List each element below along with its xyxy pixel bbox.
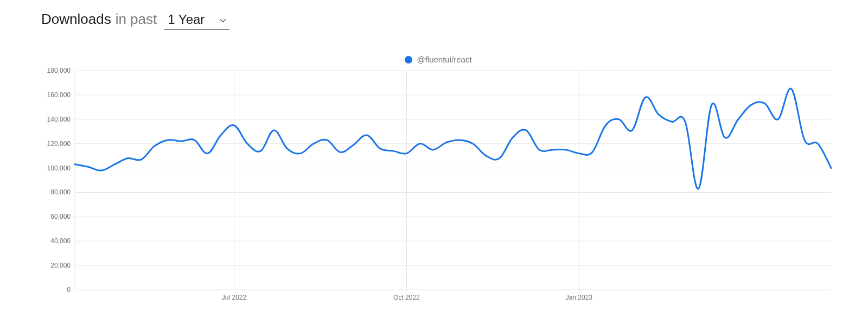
downloads-chart: 020,00040,00060,00080,000100,000120,0001… xyxy=(41,67,835,306)
timerange-value: 1 Year xyxy=(168,12,205,27)
legend-label: @fluentui/react xyxy=(417,55,471,64)
svg-text:100,000: 100,000 xyxy=(47,164,71,172)
svg-text:0: 0 xyxy=(67,286,71,294)
timerange-dropdown[interactable]: 1 Year xyxy=(164,11,229,30)
chart-header: Downloads in past 1 Year xyxy=(41,11,835,30)
title-light: in past xyxy=(116,11,157,28)
svg-text:Jan 2023: Jan 2023 xyxy=(566,294,593,301)
svg-text:180,000: 180,000 xyxy=(47,67,71,74)
svg-text:160,000: 160,000 xyxy=(47,91,71,99)
svg-text:20,000: 20,000 xyxy=(50,262,71,269)
legend-swatch xyxy=(405,56,412,64)
svg-text:Jul 2022: Jul 2022 xyxy=(222,294,247,301)
title-strong: Downloads xyxy=(41,11,111,28)
svg-text:140,000: 140,000 xyxy=(47,116,71,123)
chart-legend: @fluentui/react xyxy=(41,55,835,64)
svg-text:120,000: 120,000 xyxy=(47,140,71,148)
svg-text:Oct 2022: Oct 2022 xyxy=(393,294,420,301)
svg-text:40,000: 40,000 xyxy=(50,237,71,245)
chevron-down-icon xyxy=(220,12,226,27)
svg-text:60,000: 60,000 xyxy=(50,213,71,220)
svg-text:80,000: 80,000 xyxy=(50,188,71,196)
